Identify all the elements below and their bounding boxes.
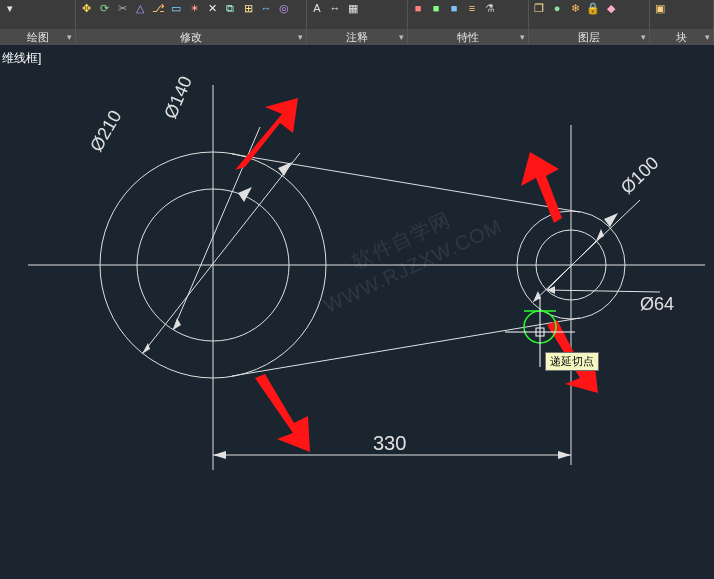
chevron-down-icon[interactable]: ▾ [641, 29, 646, 45]
dim-arrow [173, 318, 181, 330]
ribbon-panel-label: 绘图 [27, 31, 49, 43]
osnap-tooltip: 递延切点 [545, 352, 599, 371]
ribbon-panel-title: 特性 ▾ [408, 29, 528, 45]
ribbon-panel-title: 注释 ▾ [307, 29, 407, 45]
cad-drawing-svg: Ø210 Ø140 Ø100 Ø64 330 [0, 45, 714, 579]
move-icon[interactable]: ✥ [78, 0, 94, 16]
ribbon-panel-draw: ▾ 绘图 ▾ [0, 0, 76, 45]
layer-icon[interactable]: ❐ [531, 0, 547, 16]
ribbon-panel-properties: ■ ■ ■ ≡ ⚗ 特性 ▾ [408, 0, 529, 45]
color-swatch-icon[interactable]: ■ [446, 0, 462, 16]
scale-icon[interactable]: ▭ [168, 0, 184, 16]
annotation-arrow [255, 374, 310, 452]
color-swatch-icon[interactable]: ■ [410, 0, 426, 16]
trim-icon[interactable]: ✂ [114, 0, 130, 16]
layer-on-icon[interactable]: ● [549, 0, 565, 16]
chevron-down-icon[interactable]: ▾ [705, 29, 710, 45]
ribbon-panel-title: 块 ▾ [650, 29, 713, 45]
dim-text-330: 330 [373, 432, 406, 454]
ribbon-panel-label: 修改 [180, 31, 202, 43]
ribbon-panel-annotation: A ↔ ▦ 注释 ▾ [307, 0, 408, 45]
block-insert-icon[interactable]: ▣ [652, 0, 668, 16]
dim-text-d64: Ø64 [640, 294, 674, 314]
ribbon-panel-modify: ✥ ⟳ ✂ △ ⎇ ▭ ✶ ✕ ⧉ ⊞ ↔ ◎ 修改 ▾ [76, 0, 307, 45]
dim-arrow [604, 213, 618, 227]
layer-lock-icon[interactable]: 🔒 [585, 0, 601, 16]
chevron-down-icon[interactable]: ▾ [67, 29, 72, 45]
text-icon[interactable]: A [309, 0, 325, 16]
ribbon-panel-label: 块 [676, 31, 687, 43]
match-props-icon[interactable]: ⚗ [482, 0, 498, 16]
fillet-icon[interactable]: ⎇ [150, 0, 166, 16]
svg-marker-2 [521, 152, 562, 223]
svg-marker-1 [255, 374, 310, 452]
dim-leader-d64 [547, 290, 660, 292]
copy-icon[interactable]: ⧉ [222, 0, 238, 16]
offset-icon[interactable]: ◎ [276, 0, 292, 16]
dim-text-d140: Ø140 [160, 73, 196, 121]
draw-tool-icon[interactable]: ▾ [2, 0, 18, 16]
ribbon-bar: ▾ 绘图 ▾ ✥ ⟳ ✂ △ ⎇ ▭ ✶ ✕ ⧉ ⊞ ↔ ◎ 修改 ▾ A [0, 0, 714, 46]
dim-arrow [596, 229, 604, 241]
array-icon[interactable]: ⊞ [240, 0, 256, 16]
annotation-arrow [235, 98, 298, 170]
dim-arrow [213, 451, 226, 459]
svg-marker-0 [235, 98, 298, 170]
mirror-icon[interactable]: △ [132, 0, 148, 16]
layer-freeze-icon[interactable]: ❄ [567, 0, 583, 16]
ribbon-panel-block: ▣ 块 ▾ [650, 0, 714, 45]
tangent-line-lower [232, 318, 580, 376]
ribbon-panel-label: 注释 [346, 31, 368, 43]
rotate-icon[interactable]: ⟳ [96, 0, 112, 16]
explode-icon[interactable]: ✶ [186, 0, 202, 16]
ribbon-panel-title: 绘图 ▾ [0, 29, 75, 45]
stretch-icon[interactable]: ↔ [258, 0, 274, 16]
dim-leader-d210 [142, 153, 300, 354]
dimension-icon[interactable]: ↔ [327, 0, 343, 16]
dim-text-d100: Ø100 [617, 153, 663, 198]
color-swatch-icon[interactable]: ■ [428, 0, 444, 16]
ribbon-panel-label: 特性 [457, 31, 479, 43]
lineweight-icon[interactable]: ≡ [464, 0, 480, 16]
chevron-down-icon[interactable]: ▾ [399, 29, 404, 45]
cad-viewport[interactable]: 维线框] 软件自学网 WWW.RJZXW.COM [0, 45, 714, 579]
erase-icon[interactable]: ✕ [204, 0, 220, 16]
dim-arrow [238, 187, 252, 202]
layer-color-icon[interactable]: ◆ [603, 0, 619, 16]
ribbon-panel-title: 修改 ▾ [76, 29, 306, 45]
chevron-down-icon[interactable]: ▾ [298, 29, 303, 45]
table-icon[interactable]: ▦ [345, 0, 361, 16]
ribbon-panel-label: 图层 [578, 31, 600, 43]
chevron-down-icon[interactable]: ▾ [520, 29, 525, 45]
ribbon-panel-layers: ❐ ● ❄ 🔒 ◆ 图层 ▾ [529, 0, 650, 45]
dim-text-d210: Ø210 [86, 107, 125, 155]
ribbon-panel-title: 图层 ▾ [529, 29, 649, 45]
annotation-arrow [521, 152, 562, 223]
dim-arrow [558, 451, 571, 459]
